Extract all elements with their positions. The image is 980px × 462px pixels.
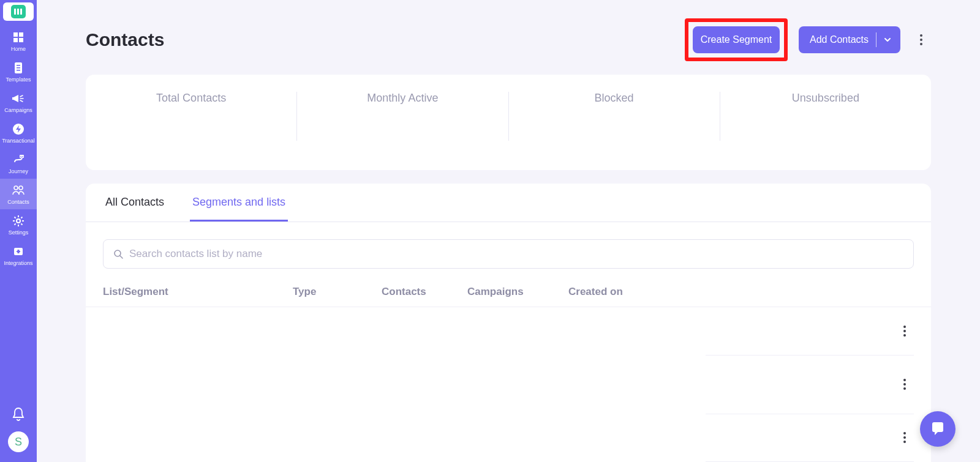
button-divider: [876, 32, 876, 47]
app-logo[interactable]: [3, 2, 34, 21]
sidebar-item-campaigns[interactable]: Campaigns: [0, 87, 37, 117]
bolt-icon: [12, 122, 25, 136]
row-more-button[interactable]: [895, 432, 914, 443]
table-row[interactable]: [86, 307, 931, 355]
avatar-initial: S: [15, 436, 22, 449]
col-list-segment: List/Segment: [103, 286, 293, 298]
col-campaigns: Campaigns: [467, 286, 568, 298]
chat-widget-button[interactable]: [920, 411, 956, 447]
chat-icon: [929, 420, 946, 438]
stat-blocked: Blocked: [509, 92, 720, 141]
home-icon: [12, 31, 25, 44]
megaphone-icon: [12, 92, 25, 105]
header-more-button[interactable]: [911, 30, 931, 50]
table-row[interactable]: [86, 414, 931, 461]
page-title: Contacts: [86, 29, 164, 50]
row-more-button[interactable]: [895, 379, 914, 390]
tabs: All Contacts Segments and lists: [86, 184, 931, 222]
sidebar-item-contacts[interactable]: Contacts: [0, 179, 37, 209]
sidebar: Home Templates Campaigns Transactional J…: [0, 0, 37, 462]
svg-point-13: [17, 219, 20, 223]
svg-rect-16: [17, 251, 20, 252]
svg-point-11: [14, 186, 18, 190]
create-segment-button[interactable]: Create Segment: [693, 26, 780, 53]
sidebar-item-transactional[interactable]: Transactional: [0, 117, 37, 148]
sidebar-item-label: Transactional: [2, 138, 35, 144]
more-vertical-icon: [903, 432, 906, 443]
bell-icon: [12, 407, 25, 422]
svg-point-12: [19, 186, 23, 190]
sidebar-item-label: Home: [11, 46, 26, 53]
more-vertical-icon: [903, 379, 906, 390]
table-body: [86, 307, 931, 462]
notifications-button[interactable]: [0, 407, 37, 422]
table-header: List/Segment Type Contacts Campaigns Cre…: [86, 269, 931, 307]
search-icon: [113, 249, 123, 259]
more-vertical-icon: [903, 326, 906, 337]
chevron-down-icon: [883, 35, 892, 44]
page-header: Contacts Create Segment Add Contacts: [37, 0, 980, 61]
sidebar-item-label: Contacts: [7, 199, 29, 206]
more-vertical-icon: [920, 34, 922, 45]
sidebar-item-settings[interactable]: Settings: [0, 209, 37, 240]
table-row[interactable]: [86, 355, 931, 414]
add-contacts-label: Add Contacts: [810, 34, 869, 45]
sidebar-item-label: Journey: [9, 168, 28, 175]
svg-rect-8: [12, 97, 14, 100]
user-avatar[interactable]: S: [8, 431, 29, 452]
svg-rect-1: [19, 32, 23, 37]
sidebar-item-label: Campaigns: [4, 107, 32, 114]
journey-icon: [12, 153, 25, 166]
sidebar-item-label: Integrations: [4, 260, 32, 267]
col-contacts: Contacts: [382, 286, 467, 298]
main-content: Contacts Create Segment Add Contacts Tot…: [37, 0, 980, 462]
sidebar-item-home[interactable]: Home: [0, 26, 37, 56]
sidebar-item-label: Settings: [9, 229, 29, 236]
svg-rect-7: [17, 70, 20, 71]
sidebar-item-journey[interactable]: Journey: [0, 148, 37, 179]
search-wrap: [103, 239, 914, 269]
svg-rect-0: [13, 32, 18, 37]
row-more-button[interactable]: [895, 326, 914, 337]
stat-unsubscribed: Unsubscribed: [720, 92, 931, 141]
gear-icon: [12, 214, 25, 228]
header-actions: Create Segment Add Contacts: [685, 18, 931, 61]
col-created-on: Created on: [568, 286, 666, 298]
tab-all-contacts[interactable]: All Contacts: [103, 184, 167, 222]
add-contacts-button[interactable]: Add Contacts: [799, 26, 900, 53]
sidebar-item-label: Templates: [6, 76, 31, 83]
tab-segments-lists[interactable]: Segments and lists: [190, 184, 288, 222]
sidebar-item-integrations[interactable]: Integrations: [0, 240, 37, 270]
highlight-create-segment: Create Segment: [685, 18, 788, 61]
stat-total-contacts: Total Contacts: [86, 92, 297, 141]
stat-monthly-active: Monthly Active: [297, 92, 508, 141]
svg-rect-6: [17, 67, 20, 69]
svg-rect-5: [17, 65, 20, 66]
integrations-icon: [12, 245, 25, 258]
svg-rect-2: [13, 38, 18, 42]
content-card: All Contacts Segments and lists List/Seg…: [86, 184, 931, 462]
col-type: Type: [293, 286, 382, 298]
contacts-icon: [12, 184, 25, 197]
search-input[interactable]: [129, 248, 903, 260]
stats-card: Total Contacts Monthly Active Blocked Un…: [86, 75, 931, 170]
svg-rect-3: [19, 38, 23, 42]
sidebar-item-templates[interactable]: Templates: [0, 56, 37, 87]
templates-icon: [12, 61, 25, 75]
